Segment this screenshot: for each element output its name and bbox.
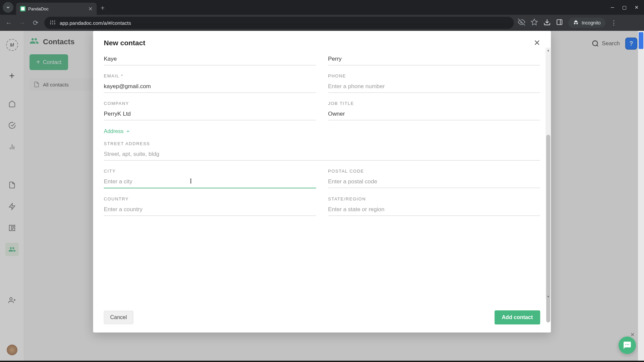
url-text: app.pandadoc.com/a/#/contacts <box>60 20 131 26</box>
eye-off-icon[interactable] <box>518 18 525 27</box>
window-controls: ─ ▢ ✕ <box>611 5 641 10</box>
downloads-icon[interactable] <box>543 18 551 27</box>
window-minimize-icon[interactable]: ─ <box>611 5 614 10</box>
street-label: STREET ADDRESS <box>104 141 540 146</box>
chat-icon <box>623 341 632 350</box>
chevron-up-icon <box>125 129 130 134</box>
svg-rect-12 <box>557 20 562 25</box>
pandadoc-favicon <box>20 6 25 11</box>
state-label: STATE/REGION <box>328 196 540 201</box>
browser-menu-icon[interactable]: ⋮ <box>611 19 617 26</box>
job-title-label: JOB TITLE <box>328 101 540 106</box>
nav-forward-icon[interactable]: → <box>17 19 27 27</box>
nav-reload-icon[interactable]: ⟳ <box>31 19 40 27</box>
nav-back-icon[interactable]: ← <box>4 19 13 27</box>
modal-body: EMAIL * PHONE COMPANY JOB TITLE Address <box>93 50 551 304</box>
state-input[interactable] <box>328 203 540 216</box>
chat-dismiss-icon[interactable]: ✕ <box>630 331 635 338</box>
phone-label: PHONE <box>328 73 540 78</box>
page-scrollbar-thumb[interactable] <box>639 32 643 49</box>
city-label: CITY <box>104 169 316 174</box>
address-bar[interactable]: app.pandadoc.com/a/#/contacts <box>44 17 514 29</box>
modal-scrollbar[interactable]: ▴ ▾ <box>546 48 551 299</box>
tab-search-button[interactable] <box>3 2 13 13</box>
modal-scrollbar-thumb[interactable] <box>546 135 550 322</box>
browser-tab[interactable]: PandaDoc ✕ <box>16 3 97 15</box>
modal-title: New contact <box>104 39 146 47</box>
browser-tab-strip: PandaDoc ✕ + ─ ▢ ✕ <box>0 0 644 15</box>
incognito-badge[interactable]: Incognito <box>568 18 605 28</box>
scroll-down-arrow[interactable]: ▾ <box>546 295 551 298</box>
postal-input[interactable] <box>328 176 540 188</box>
site-settings-icon[interactable] <box>50 19 56 26</box>
postal-label: POSTAL CODE <box>328 169 540 174</box>
job-title-input[interactable] <box>328 108 540 120</box>
country-label: COUNTRY <box>104 196 316 201</box>
new-contact-modal: New contact ✕ EMAIL * PHONE COMPANY <box>93 31 551 333</box>
window-close-icon[interactable]: ✕ <box>635 5 639 10</box>
svg-marker-10 <box>531 19 537 25</box>
bookmark-star-icon[interactable] <box>531 18 538 27</box>
address-toggle-label: Address <box>104 128 124 134</box>
email-label: EMAIL * <box>104 73 316 78</box>
side-panel-icon[interactable] <box>556 19 563 27</box>
street-input[interactable] <box>104 148 540 161</box>
first-name-input[interactable] <box>104 53 316 65</box>
tab-close-icon[interactable]: ✕ <box>88 6 93 12</box>
address-toggle[interactable]: Address <box>104 128 540 134</box>
new-tab-button[interactable]: + <box>101 4 105 12</box>
cancel-button[interactable]: Cancel <box>104 311 133 324</box>
browser-toolbar: ← → ⟳ app.pandadoc.com/a/#/contacts Inco… <box>0 15 644 31</box>
country-input[interactable] <box>104 203 316 216</box>
phone-input[interactable] <box>328 80 540 93</box>
page-scrollbar[interactable] <box>638 31 644 362</box>
tab-title: PandaDoc <box>28 6 86 11</box>
incognito-label: Incognito <box>582 20 601 25</box>
city-input[interactable] <box>104 176 316 188</box>
window-maximize-icon[interactable]: ▢ <box>622 5 627 10</box>
add-contact-button[interactable]: Add contact <box>494 310 540 324</box>
email-input[interactable] <box>104 80 316 93</box>
modal-footer: Cancel Add contact <box>93 304 551 333</box>
chat-widget-button[interactable] <box>619 337 636 354</box>
company-input[interactable] <box>104 108 316 120</box>
last-name-input[interactable] <box>328 53 540 65</box>
modal-close-button[interactable]: ✕ <box>534 38 540 48</box>
os-taskbar <box>0 361 644 362</box>
scroll-up-arrow[interactable]: ▴ <box>546 48 551 52</box>
company-label: COMPANY <box>104 101 316 106</box>
